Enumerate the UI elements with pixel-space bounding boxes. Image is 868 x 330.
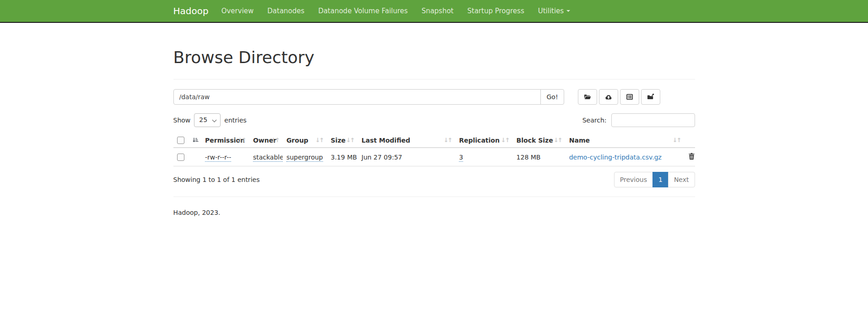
column-header-owner[interactable]: Owner ↓↑ — [249, 133, 283, 148]
owner-value[interactable]: stackable — [253, 154, 283, 162]
row-select-checkbox[interactable] — [177, 154, 184, 161]
search-label: Search: — [582, 117, 607, 124]
pagination: Previous 1 Next — [614, 172, 695, 187]
go-button[interactable]: Go! — [540, 89, 564, 105]
sort-icon: ↓↑ — [315, 137, 323, 144]
entries-label: entries — [224, 117, 247, 124]
entries-info: Showing 1 to 1 of 1 entries — [173, 176, 260, 183]
sort-icon: ↓↑ — [673, 137, 681, 144]
folder-open-icon — [584, 93, 591, 101]
nav-item-startup-progress[interactable]: Startup Progress — [460, 0, 531, 22]
folder-move-icon — [647, 93, 654, 101]
column-header-size[interactable]: Size ↓↑ — [327, 133, 358, 148]
column-header-permission[interactable]: Permission ↓↑ — [201, 133, 249, 148]
nav-item-utilities[interactable]: Utilities — [531, 0, 577, 22]
footer-divider — [173, 197, 695, 197]
select-all-checkbox[interactable] — [177, 137, 184, 144]
list-alt-icon — [626, 93, 633, 101]
column-header-actions — [685, 133, 695, 148]
sort-icon: ↓↑ — [346, 137, 354, 144]
file-name-link[interactable]: demo-cycling-tripdata.csv.gz — [569, 154, 662, 161]
create-directory-button[interactable] — [578, 89, 597, 105]
directory-path-group: Go! — [173, 89, 564, 105]
delete-file-button[interactable] — [688, 153, 695, 161]
column-header-last-modified[interactable]: Last Modified ↓↑ — [358, 133, 455, 148]
move-folder-button[interactable] — [641, 89, 660, 105]
footer-text: Hadoop, 2023. — [173, 209, 695, 216]
sort-active-icon — [192, 137, 199, 145]
sort-icon: ↓↑ — [554, 137, 562, 144]
entries-per-page-value: 25 — [199, 116, 207, 123]
directory-path-input[interactable] — [173, 89, 541, 105]
block-size-value: 128 MB — [517, 154, 541, 161]
page-title: Browse Directory — [173, 48, 695, 67]
sort-icon: ↓↑ — [501, 137, 509, 144]
nav-item-snapshot[interactable]: Snapshot — [415, 0, 460, 22]
column-header-replication[interactable]: Replication ↓↑ — [455, 133, 512, 148]
brand-hadoop[interactable]: Hadoop — [173, 0, 209, 22]
column-header-name[interactable]: Name ↓↑ — [566, 133, 685, 148]
file-action-buttons — [578, 89, 660, 105]
permission-value[interactable]: -rw-r--r-- — [205, 154, 231, 162]
sort-icon: ↓↑ — [271, 137, 279, 144]
size-value: 3.19 MB — [331, 154, 357, 161]
nav-item-utilities-label: Utilities — [538, 7, 564, 15]
column-header-block-size[interactable]: Block Size ↓↑ — [513, 133, 566, 148]
last-modified-value: Jun 27 09:57 — [361, 154, 402, 161]
cloud-upload-icon — [605, 93, 612, 101]
trash-icon — [688, 154, 695, 161]
group-value[interactable]: supergroup — [286, 154, 323, 162]
table-row: -rw-r--r-- stackable supergroup 3.19 MB … — [173, 148, 695, 166]
sort-icon: ↓↑ — [237, 137, 246, 144]
navbar: Hadoop Overview Datanodes Datanode Volum… — [0, 0, 868, 23]
column-header-select-all[interactable] — [173, 133, 202, 148]
table-header-row: Permission ↓↑ Owner ↓↑ Group ↓↑ Size ↓↑ … — [173, 133, 695, 148]
search-input[interactable] — [611, 113, 695, 127]
entries-per-page-select[interactable]: 25 — [194, 113, 221, 127]
column-header-group[interactable]: Group ↓↑ — [283, 133, 327, 148]
nav-item-overview[interactable]: Overview — [215, 0, 261, 22]
upload-files-button[interactable] — [599, 89, 618, 105]
nav-item-datanode-volume-failures[interactable]: Datanode Volume Failures — [311, 0, 415, 22]
pagination-next-button[interactable]: Next — [668, 172, 695, 187]
file-list-button[interactable] — [620, 89, 639, 105]
show-label: Show — [173, 117, 191, 124]
pagination-previous-button[interactable]: Previous — [614, 172, 653, 187]
caret-down-icon — [566, 10, 570, 12]
page-header: Browse Directory — [173, 23, 695, 80]
chevron-down-icon — [212, 118, 217, 122]
file-table: Permission ↓↑ Owner ↓↑ Group ↓↑ Size ↓↑ … — [173, 133, 695, 166]
pagination-page-1-button[interactable]: 1 — [652, 172, 669, 187]
nav-item-datanodes[interactable]: Datanodes — [260, 0, 311, 22]
sort-icon: ↓↑ — [443, 137, 452, 144]
replication-value[interactable]: 3 — [459, 154, 463, 162]
